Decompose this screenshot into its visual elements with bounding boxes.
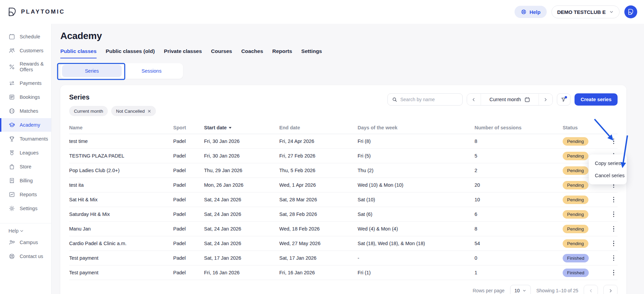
menu-item-copy-series[interactable]: Copy series [589, 157, 627, 169]
table-row[interactable]: Test payment Padel Fri, 16 Jan 2026 Fri,… [69, 265, 618, 280]
sidebar-item-campus[interactable]: Campus [0, 236, 51, 249]
sidebar-item-leagues[interactable]: Leagues [0, 146, 51, 160]
row-actions-context-menu: Copy series Cancel series [589, 154, 627, 184]
chevron-down-icon [522, 289, 526, 293]
tab-reports[interactable]: Reports [272, 48, 292, 58]
search-input[interactable] [400, 97, 458, 102]
table-row[interactable]: test time Padel Fri, 30 Jan 2026 Fri, 24… [69, 134, 618, 149]
help-button[interactable]: Help [515, 6, 547, 18]
cell-start-date: Fri, 30 Jan 2026 [204, 153, 279, 159]
sidebar-item-tournaments[interactable]: Tournaments [0, 132, 51, 146]
sidebar-item-reports[interactable]: Reports [0, 188, 51, 201]
sidebar-item-contact-us[interactable]: Contact us [0, 250, 51, 263]
club-selector[interactable]: DEMO TESTCLUB E [551, 5, 620, 18]
table-row[interactable]: Cardio Padel & Clinic a.m. Padel Sat, 24… [69, 236, 618, 251]
sidebar-item-bookings[interactable]: Bookings [0, 90, 51, 104]
row-actions-kebab-button[interactable] [611, 224, 617, 234]
help-section-toggle[interactable]: Help [0, 228, 51, 234]
transfer-arrows-icon [8, 80, 15, 87]
sidebar-item-payments[interactable]: Payments [0, 76, 51, 90]
tab-private-classes[interactable]: Private classes [164, 48, 202, 58]
column-header-status[interactable]: Status [563, 125, 604, 130]
sidebar-item-schedule[interactable]: Schedule [0, 30, 51, 43]
subtab-series[interactable]: Series [62, 65, 122, 77]
chip-not-cancelled[interactable]: Not Cancelled [111, 106, 156, 116]
cell-end-date: Fri, 16 Jan 2026 [279, 270, 358, 275]
column-header-sessions[interactable]: Number of sessions [475, 125, 563, 130]
menu-item-cancel-series[interactable]: Cancel series [589, 169, 627, 182]
table-row[interactable]: TESTING PLAZA PADEL Padel Fri, 30 Jan 20… [69, 149, 618, 163]
row-actions-kebab-button[interactable] [611, 209, 617, 219]
medal-icon [8, 149, 15, 156]
next-month-button[interactable] [539, 94, 552, 105]
column-header-days[interactable]: Days of the week [358, 125, 475, 130]
cell-days: Fri (5) [358, 153, 475, 159]
column-header-end-date[interactable]: End date [279, 125, 358, 130]
cell-actions [604, 253, 618, 263]
subtab-sessions[interactable]: Sessions [122, 65, 181, 77]
page-title: Academy [60, 31, 626, 41]
tab-public-classes[interactable]: Public classes [60, 48, 97, 58]
column-header-sport[interactable]: Sport [173, 125, 204, 130]
sidebar-item-label: Contact us [20, 254, 43, 259]
pagination-range-label: Showing 1–10 of 25 [536, 288, 578, 293]
sidebar-item-label: Settings [20, 206, 37, 212]
pagination: Rows per page 10 Showing 1–10 of 25 [69, 285, 618, 294]
tab-courses[interactable]: Courses [211, 48, 232, 58]
status-badge: Pending [563, 166, 588, 175]
sidebar-item-label: Reports [20, 192, 37, 198]
previous-page-button[interactable] [584, 285, 598, 294]
search-icon [392, 97, 398, 103]
cell-actions [604, 209, 618, 219]
sidebar-item-academy[interactable]: Academy [0, 118, 51, 132]
cell-start-date: Fri, 16 Jan 2026 [204, 270, 279, 275]
playtomic-logo: PLAYTOMIC [7, 7, 65, 17]
tab-settings[interactable]: Settings [301, 48, 322, 58]
cell-status: Pending [563, 225, 604, 233]
cell-sessions: 0 [475, 255, 563, 261]
close-icon[interactable] [147, 109, 151, 113]
tab-coaches[interactable]: Coaches [241, 48, 263, 58]
row-actions-kebab-button[interactable] [611, 136, 617, 146]
table-row[interactable]: Sat Hit & Mix Padel Sat, 24 Jan 2026 Sat… [69, 192, 618, 207]
row-actions-kebab-button[interactable] [611, 253, 617, 263]
sidebar-help-section: Help Campus [0, 223, 51, 263]
row-actions-kebab-button[interactable] [611, 195, 617, 205]
create-series-button[interactable]: Create series [575, 93, 618, 106]
sidebar-item-matches[interactable]: Matches [0, 104, 51, 118]
chart-icon [8, 191, 15, 198]
sidebar-item-billing[interactable]: Billing [0, 174, 51, 187]
date-range-button[interactable]: Current month [481, 94, 539, 105]
table-row[interactable]: test ita Padel Mon, 26 Jan 2026 Wed, 1 A… [69, 178, 618, 192]
series-card-header: Series Current month Not Cancelled [69, 93, 618, 116]
row-actions-kebab-button[interactable] [611, 239, 617, 249]
cell-sessions: 20 [475, 182, 563, 188]
previous-month-button[interactable] [467, 94, 481, 105]
table-row[interactable]: Test payment Padel Sat, 17 Jan 2026 Sat,… [69, 251, 618, 265]
sidebar-item-settings[interactable]: Settings [0, 202, 51, 215]
row-actions-kebab-button[interactable] [611, 268, 617, 278]
filters-button[interactable] [557, 93, 570, 106]
document-icon [8, 94, 15, 100]
table-row[interactable]: Saturday Hit & Mix Padel Sat, 24 Jan 202… [69, 207, 618, 222]
status-badge: Pending [563, 196, 588, 204]
search-box [387, 93, 463, 106]
sidebar-item-store[interactable]: Store [0, 160, 51, 173]
column-header-name[interactable]: Name [69, 125, 173, 130]
chip-current-month[interactable]: Current month [69, 106, 108, 116]
table-row[interactable]: Manu Jan Padel Sat, 24 Jan 2026 Wed, 18 … [69, 222, 618, 236]
person-chat-icon [8, 239, 15, 246]
column-header-start-date[interactable]: Start date [204, 125, 279, 130]
playtomic-mark-icon [627, 8, 634, 15]
rows-per-page-select[interactable]: 10 [510, 285, 531, 294]
table-row[interactable]: Pop Ladies Club (2.0+) Padel Thu, 29 Jan… [69, 163, 618, 178]
next-page-button[interactable] [603, 285, 618, 294]
sidebar-item-rewards-offers[interactable]: Rewards & Offers [0, 58, 51, 76]
sidebar-item-label: Bookings [20, 94, 40, 100]
app-launcher-button[interactable] [624, 5, 637, 18]
tab-public-classes-old[interactable]: Public classes (old) [106, 48, 155, 58]
sidebar-item-label: Tournaments [20, 136, 48, 142]
sidebar-item-customers[interactable]: Customers [0, 44, 51, 57]
status-badge: Pending [563, 239, 588, 248]
cell-sessions: 6 [475, 212, 563, 217]
